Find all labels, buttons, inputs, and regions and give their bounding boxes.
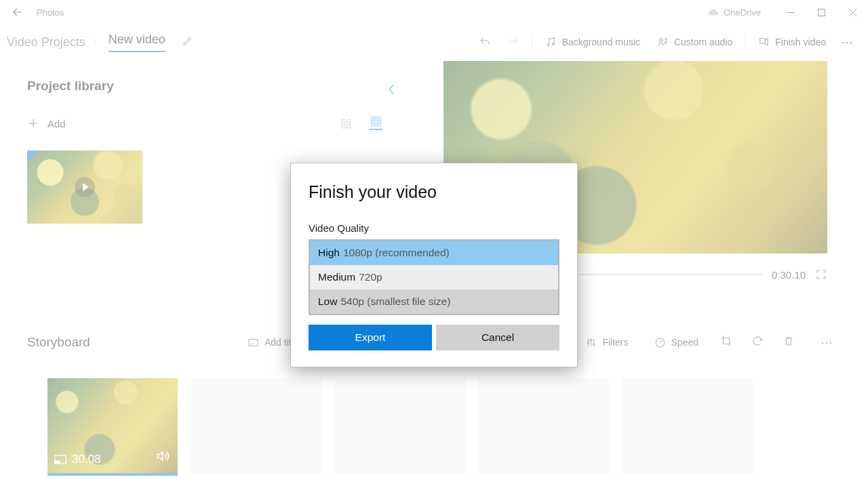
video-quality-label: Video Quality (309, 222, 559, 234)
quality-option-medium[interactable]: Medium 720p (310, 265, 558, 289)
modal-backdrop: Finish your video Video Quality High 108… (0, 0, 868, 488)
finish-video-dialog: Finish your video Video Quality High 108… (290, 163, 578, 367)
quality-option-high[interactable]: High 1080p (recommended) (310, 241, 558, 265)
cancel-button[interactable]: Cancel (436, 325, 559, 350)
video-quality-select[interactable]: High 1080p (recommended) Medium 720p Low… (309, 239, 559, 315)
dialog-title: Finish your video (309, 182, 559, 202)
quality-option-low[interactable]: Low 540p (smallest file size) (310, 289, 558, 314)
export-button[interactable]: Export (309, 325, 432, 350)
